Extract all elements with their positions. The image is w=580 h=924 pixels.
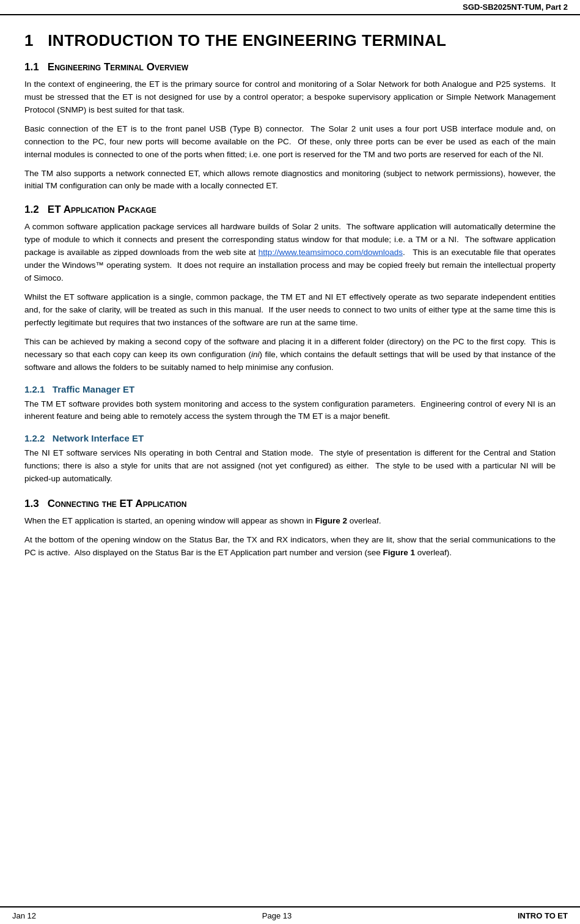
ini-italic: ini	[251, 350, 260, 359]
section-1-1-title: Engineering Terminal Overview	[48, 61, 188, 73]
section-1-2-1-para-1: The TM ET software provides both system …	[24, 398, 556, 424]
section-1-2-para-2: Whilst the ET software application is a …	[24, 291, 556, 330]
section-1-1-para-1: In the context of engineering, the ET is…	[24, 78, 556, 117]
footer-right: INTRO TO ET	[518, 911, 568, 920]
section-1-2-1-heading: 1.2.1 Traffic Manager ET	[24, 384, 556, 394]
section-1-2-2-para-1: The NI ET software services NIs operatin…	[24, 447, 556, 486]
chapter-heading: 1 INTRODUCTION TO THE ENGINEERING TERMIN…	[24, 31, 556, 50]
section-1-2-heading: 1.2 ET Application Package	[24, 204, 556, 216]
section-1-3-heading: 1.3 Connecting the ET Application	[24, 498, 556, 510]
section-1-2-2-heading: 1.2.2 Network Interface ET	[24, 433, 556, 443]
section-1-3-para-1: When the ET application is started, an o…	[24, 515, 556, 528]
section-1-1-para-2: Basic connection of the ET is to the fro…	[24, 123, 556, 161]
page-header: SGD-SB2025NT-TUM, Part 2	[0, 0, 580, 15]
figure1-ref: Figure 1	[383, 548, 416, 557]
section-1-1-para-3: The TM also supports a network connected…	[24, 168, 556, 193]
section-1-2-para-1: A common software application package se…	[24, 221, 556, 285]
section-1-3-title: Connecting the ET Application	[48, 498, 187, 509]
chapter-title: INTRODUCTION TO THE ENGINEERING TERMINAL	[48, 31, 446, 50]
figure2-ref: Figure 2	[315, 516, 348, 525]
main-content: 1 INTRODUCTION TO THE ENGINEERING TERMIN…	[0, 15, 580, 602]
section-1-2-para-3: This can be achieved by making a second …	[24, 336, 556, 374]
section-1-1-heading: 1.1 Engineering Terminal Overview	[24, 61, 556, 73]
simoco-link[interactable]: http://www.teamsimoco.com/downloads	[259, 248, 403, 257]
footer-center: Page 13	[262, 911, 292, 920]
chapter-number: 1	[24, 31, 34, 50]
footer-left: Jan 12	[12, 911, 36, 920]
page-footer: Jan 12 Page 13 INTRO TO ET	[0, 906, 580, 924]
section-1-3-para-2: At the bottom of the opening window on t…	[24, 534, 556, 560]
page-container: SGD-SB2025NT-TUM, Part 2 1 INTRODUCTION …	[0, 0, 580, 924]
section-1-2-title: ET Application Package	[48, 204, 156, 215]
header-text: SGD-SB2025NT-TUM, Part 2	[463, 2, 568, 12]
